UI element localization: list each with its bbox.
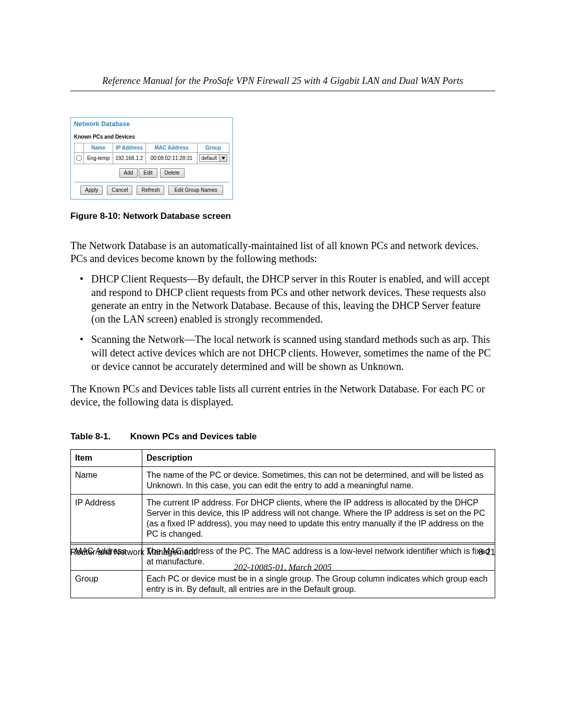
list-item: DHCP Client Requests—By default, the DHC… bbox=[91, 273, 495, 326]
row-group-cell[interactable]: default bbox=[198, 153, 229, 164]
svg-marker-0 bbox=[222, 157, 225, 159]
col-name-header: Name bbox=[84, 143, 113, 153]
edit-button[interactable]: Edit bbox=[139, 168, 157, 178]
chevron-down-icon[interactable] bbox=[219, 155, 227, 162]
page-footer: Router and Network Management 8-21 202-1… bbox=[70, 544, 495, 573]
desc-header-item: Item bbox=[71, 450, 142, 467]
body-paragraph: The Known PCs and Devices table lists al… bbox=[70, 382, 495, 409]
figure-caption: Figure 8-10: Network Database screen bbox=[70, 211, 495, 221]
footer-page-number: 8-21 bbox=[479, 548, 495, 557]
list-item: Scanning the Network—The local network i… bbox=[91, 333, 495, 373]
row-mac: 00:08:02:11:28:31 bbox=[145, 153, 197, 164]
body-paragraph: The Network Database is an automatically… bbox=[70, 239, 495, 265]
panel-actions: Apply Cancel Refresh Edit Group Names bbox=[71, 186, 232, 199]
group-select-value: default bbox=[200, 155, 219, 162]
radio-icon[interactable] bbox=[76, 155, 82, 161]
desc-item: Group bbox=[71, 571, 142, 598]
refresh-button[interactable]: Refresh bbox=[137, 186, 164, 195]
edit-group-names-button[interactable]: Edit Group Names bbox=[168, 186, 223, 195]
table-row: Eng-temp 192.168.1.2 00:08:02:11:28:31 d… bbox=[75, 153, 229, 164]
description-table: Item Description Name The name of the PC… bbox=[70, 449, 495, 598]
col-ip-header: IP Address bbox=[113, 143, 145, 153]
delete-button[interactable]: Delete bbox=[160, 168, 185, 178]
desc-text: The current IP address. For DHCP clients… bbox=[142, 495, 495, 543]
footer-rule bbox=[70, 544, 495, 545]
desc-item: IP Address bbox=[71, 495, 142, 543]
table-caption-title: Known PCs and Devices table bbox=[130, 431, 257, 441]
row-radio-cell[interactable] bbox=[75, 153, 84, 164]
table-header-row: Item Description bbox=[71, 450, 495, 467]
table-row: Group Each PC or device must be in a sin… bbox=[71, 571, 495, 598]
row-name: Eng-temp bbox=[84, 153, 113, 164]
panel-divider bbox=[74, 182, 229, 182]
table-row: Name The name of the PC or device. Somet… bbox=[71, 467, 495, 495]
network-database-screenshot: Network Database Known PCs and Devices N… bbox=[70, 117, 233, 200]
known-pcs-table: Name IP Address MAC Address Group Eng-te… bbox=[74, 143, 229, 164]
footer-section: Router and Network Management bbox=[70, 548, 195, 557]
col-mac-header: MAC Address bbox=[145, 143, 197, 153]
footer-docnum: 202-10085-01, March 2005 bbox=[70, 562, 495, 573]
running-header: Reference Manual for the ProSafe VPN Fir… bbox=[70, 76, 495, 87]
table-caption: Table 8-1. Known PCs and Devices table bbox=[70, 431, 495, 442]
desc-header-desc: Description bbox=[142, 450, 495, 467]
col-select-header bbox=[75, 143, 84, 153]
row-ip: 192.168.1.2 bbox=[113, 153, 145, 164]
header-rule bbox=[70, 91, 495, 91]
desc-text: The name of the PC or device. Sometimes,… bbox=[142, 467, 495, 495]
add-button[interactable]: Add bbox=[119, 168, 138, 178]
col-group-header: Group bbox=[198, 143, 229, 153]
body-list: DHCP Client Requests—By default, the DHC… bbox=[70, 273, 495, 373]
panel-title: Network Database bbox=[71, 118, 232, 134]
cancel-button[interactable]: Cancel bbox=[107, 186, 132, 195]
group-select[interactable]: default bbox=[199, 154, 227, 162]
desc-text: Each PC or device must be in a single gr… bbox=[142, 571, 495, 598]
row-actions: AddEdit Delete bbox=[71, 166, 232, 181]
desc-item: Name bbox=[71, 467, 142, 495]
table-row: IP Address The current IP address. For D… bbox=[71, 495, 495, 543]
table-caption-number: Table 8-1. bbox=[70, 431, 128, 442]
table-header-row: Name IP Address MAC Address Group bbox=[75, 143, 229, 153]
panel-subtitle: Known PCs and Devices bbox=[71, 134, 232, 143]
apply-button[interactable]: Apply bbox=[80, 186, 103, 195]
